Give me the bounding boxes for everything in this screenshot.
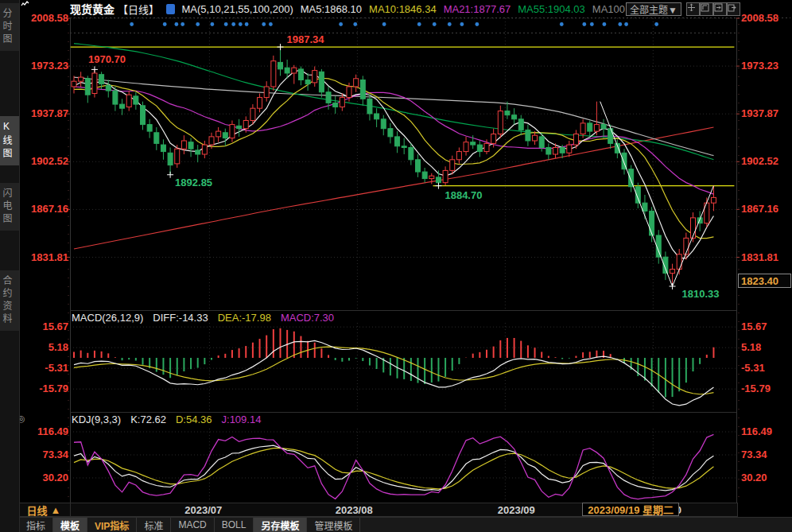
date-hover-tooltip: 2023/09/19 星期二 xyxy=(582,503,679,516)
ma10-value: MA10:1846.34 xyxy=(369,3,437,15)
toolbar-tab-boll[interactable]: BOLL xyxy=(215,518,254,532)
axis-label: 5.18 xyxy=(49,341,68,353)
svg-text:1892.85: 1892.85 xyxy=(175,177,212,188)
period-label: 【日线】 xyxy=(118,2,159,17)
chart-canvas[interactable]: 1987.341970.701892.851884.701810.33 xyxy=(0,0,792,532)
sidebar-tab-time-chart[interactable]: 分时图 xyxy=(0,3,19,51)
toolbar-tab-standard[interactable]: 标准 xyxy=(137,518,171,532)
period-up-arrow-icon: ▲ xyxy=(51,504,61,516)
axis-label: 1902.52 xyxy=(741,155,778,167)
axis-label: 30.20 xyxy=(42,472,68,483)
axis-label: 5.18 xyxy=(741,341,761,353)
axis-label: 116.49 xyxy=(37,425,68,437)
axis-label: -5.31 xyxy=(45,362,68,374)
axis-label: 1937.87 xyxy=(741,107,778,119)
macd-panel-header: MACD(26,12,9) DIFF:-14.33 DEA:-17.98 MAC… xyxy=(72,312,334,324)
theme-dropdown-button[interactable]: 全部主题▼ xyxy=(626,2,681,16)
date-label: 2023/09 xyxy=(488,504,544,516)
axis-label: 1973.23 xyxy=(31,60,68,72)
last-price-marker: 1823.40 xyxy=(738,274,791,288)
ma100-label: MA100 xyxy=(592,3,625,15)
toolbar-tab-indicators[interactable]: 指标 xyxy=(19,518,53,532)
axis-label: 2008.58 xyxy=(741,12,778,24)
candlestick-series[interactable] xyxy=(72,47,716,286)
axis-label: 15.67 xyxy=(741,320,767,332)
ma21-value: MA21:1877.67 xyxy=(444,3,511,15)
toolbar-tab-templates[interactable]: 模板 xyxy=(53,518,87,532)
pane-forward-icon[interactable] xyxy=(713,2,727,16)
kdj-panel-header: KDJ(9,3,3) K:72.62 D:54.36 J:109.14 xyxy=(72,414,261,425)
pane-axis-icon[interactable] xyxy=(700,2,713,16)
sidebar-tab-lightning-chart[interactable]: 闪电图 xyxy=(0,183,19,231)
ma-settings-label: MA(5,10,21,55,100,200) xyxy=(182,3,293,15)
axis-label: 1937.87 xyxy=(31,107,68,119)
date-axis[interactable]: 2023/09/19 星期二 2023/072023/082023/092023… xyxy=(70,503,738,517)
kdj-k-value: K:72.62 xyxy=(130,414,166,425)
toolbar-tab-save-template[interactable]: 另存模板 xyxy=(254,518,307,532)
axis-label: -15.79 xyxy=(741,382,771,394)
axis-label: 73.34 xyxy=(741,449,767,460)
ma5-value: MA5:1868.10 xyxy=(301,3,362,15)
date-label: 2023/08 xyxy=(326,504,382,516)
axis-label: 1831.81 xyxy=(741,251,778,263)
svg-text:1987.34: 1987.34 xyxy=(287,33,325,45)
toolbar-tab-vip-indicators[interactable]: VIP指标 xyxy=(87,518,137,532)
toolbar-tab-manage-templates[interactable]: 管理模板 xyxy=(307,518,360,532)
axis-label: 1867.16 xyxy=(31,203,68,215)
axis-label: 1867.16 xyxy=(741,203,778,215)
trading-app-window: 1987.341970.701892.851884.701810.33 分时图 … xyxy=(0,0,792,532)
svg-text:1884.70: 1884.70 xyxy=(445,189,482,201)
svg-text:1970.70: 1970.70 xyxy=(88,53,126,65)
axis-label: 1831.81 xyxy=(31,251,68,263)
axis-label: 30.20 xyxy=(741,472,767,483)
kdj-name: KDJ(9,3,3) xyxy=(72,414,121,425)
axis-label: -5.31 xyxy=(741,362,765,374)
event-dots[interactable] xyxy=(130,22,658,26)
bottom-toolbar: 指标 模板 VIP指标 标准 MACD BOLL 另存模板 管理模板 xyxy=(0,517,792,532)
svg-text:1810.33: 1810.33 xyxy=(682,288,720,300)
chart-type-icon[interactable] xyxy=(166,4,174,14)
axis-label: 116.49 xyxy=(741,425,772,437)
macd-dea-value: DEA:-17.98 xyxy=(218,312,271,324)
period-selector-label: 日线 xyxy=(27,503,48,518)
kdj-panel xyxy=(74,434,713,499)
move-crosshair-icon[interactable] xyxy=(686,2,700,16)
left-sidebar: 分时图 K线图 闪电图 合约资料 xyxy=(0,0,20,532)
kdj-j-value: J:109.14 xyxy=(222,414,262,425)
macd-panel xyxy=(74,328,713,406)
sidebar-tab-kline-chart[interactable]: K线图 xyxy=(0,116,19,165)
macd-name: MACD(26,12,9) xyxy=(72,312,143,324)
axis-label: 73.34 xyxy=(42,449,68,460)
pane-pop-out-icon[interactable] xyxy=(727,2,740,16)
ma55-value: MA55:1904.03 xyxy=(518,3,585,15)
toolbar-tab-macd[interactable]: MACD xyxy=(171,518,214,532)
chart-header: 现货黄金 【日线】 MA(5,10,21,55,100,200) MA5:186… xyxy=(21,0,625,17)
symbol-name: 现货黄金 xyxy=(70,1,115,17)
sidebar-tab-contract-info[interactable]: 合约资料 xyxy=(0,270,19,331)
axis-label: 1902.52 xyxy=(31,155,68,167)
date-label: 2023/07 xyxy=(176,504,231,516)
axis-label: 1973.23 xyxy=(741,60,778,72)
period-selector[interactable]: 日线 ▲ xyxy=(17,503,71,517)
axis-label: 15.67 xyxy=(42,320,68,332)
macd-macd-value: MACD:7.30 xyxy=(281,312,334,324)
kdj-d-value: D:54.36 xyxy=(176,414,212,425)
macd-diff-value: DIFF:-14.33 xyxy=(153,312,208,324)
axis-label: -15.79 xyxy=(39,382,68,394)
